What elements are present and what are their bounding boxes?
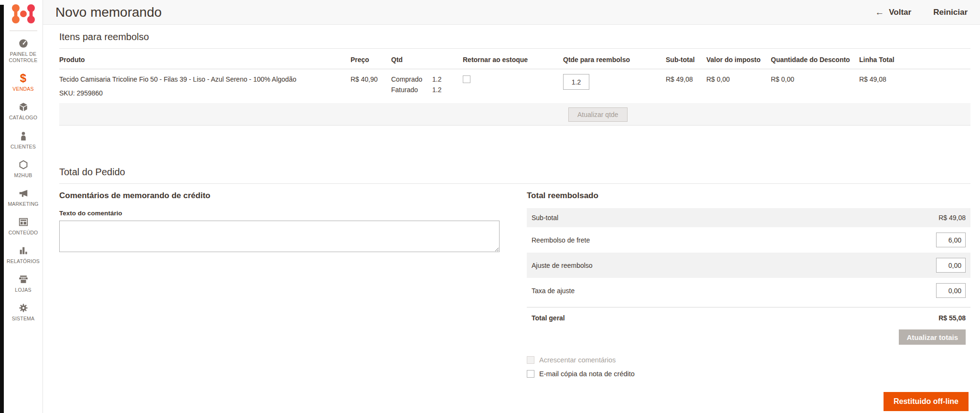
credit-memo-page: PAINEL DE CONTROLE $ VENDAS CATÁLOGO CLI… xyxy=(0,0,980,413)
refund-totals-title: Total reembolsado xyxy=(527,191,970,201)
col-header-qtd: Qtd xyxy=(391,49,463,69)
sales-icon: $ xyxy=(18,73,29,84)
order-total-section-title: Total do Pedido xyxy=(59,167,970,184)
grand-total-label: Total geral xyxy=(532,314,565,322)
append-comments-option: Acrescentar comentários xyxy=(527,356,970,364)
col-header-preco: Preço xyxy=(351,49,391,69)
reset-button[interactable]: Reiniciar xyxy=(933,8,968,17)
qty-to-refund-input[interactable] xyxy=(563,74,589,90)
submit-row: Restituido off-line xyxy=(527,392,970,411)
grand-total-row: Total geral R$ 55,08 xyxy=(527,307,970,328)
row-total-cell: R$ 49,08 xyxy=(859,69,970,104)
page-content: Itens para reembolso Produto Preço Qtd R… xyxy=(43,25,980,411)
email-copy-label: E-mail cópia da nota de crédito xyxy=(539,370,635,378)
update-totals-button[interactable]: Atualizar totais xyxy=(899,329,966,345)
stores-icon xyxy=(18,274,29,285)
sidebar-item-label: LOJAS xyxy=(15,287,31,293)
tax-amount-cell: R$ 0,00 xyxy=(706,69,771,104)
qty-invoiced-label: Faturado xyxy=(391,86,426,94)
update-qty-button[interactable]: Atualizar qtde xyxy=(568,107,628,122)
dashboard-icon xyxy=(18,38,29,49)
sidebar-item-painel-de-controle[interactable]: PAINEL DE CONTROLE xyxy=(4,38,43,64)
page-title: Novo memorando xyxy=(55,5,162,20)
m2hub-icon xyxy=(18,159,29,170)
sidebar-item-label: VENDAS xyxy=(12,86,33,92)
email-copy-option: E-mail cópia da nota de crédito xyxy=(527,370,970,378)
admin-menu-edge-strip xyxy=(0,5,4,413)
sidebar-item-m2hub[interactable]: M2HUB xyxy=(4,159,43,179)
back-arrow-icon: ← xyxy=(875,7,884,18)
sidebar-item-vendas[interactable]: $ VENDAS xyxy=(4,73,43,92)
subtotal-value: R$ 49,08 xyxy=(938,214,966,222)
sidebar-item-label: PAINEL DE CONTROLE xyxy=(4,51,43,64)
customers-icon xyxy=(18,130,29,142)
col-header-sub-total: Sub-total xyxy=(666,49,706,69)
comment-textarea[interactable] xyxy=(59,221,500,252)
qty-invoiced-value: 1.2 xyxy=(432,86,458,94)
col-header-valor-do-imposto: Valor do imposto xyxy=(706,49,771,69)
sidebar-nav: PAINEL DE CONTROLE $ VENDAS CATÁLOGO CLI… xyxy=(4,38,43,322)
sidebar-item-label: CONTEÚDO xyxy=(9,230,38,236)
catalog-icon xyxy=(18,101,29,113)
qty-ordered-value: 1.2 xyxy=(432,75,458,83)
grand-total-value: R$ 55,08 xyxy=(938,314,966,322)
marketing-icon xyxy=(18,188,29,199)
adjustment-refund-row: Ajuste de reembolso xyxy=(527,253,970,278)
back-button-label: Voltar xyxy=(889,8,911,17)
brand-logo[interactable] xyxy=(11,0,36,31)
sidebar-item-label: MARKETING xyxy=(8,201,38,207)
sidebar-item-conteudo[interactable]: CONTEÚDO xyxy=(4,216,43,236)
sidebar-item-catalogo[interactable]: CATÁLOGO xyxy=(4,101,43,121)
sidebar-item-sistema[interactable]: SISTEMA xyxy=(4,302,43,322)
product-name: Tecido Camisaria Tricoline Fio 50 - Fila… xyxy=(59,75,346,83)
discount-amount-cell: R$ 0,00 xyxy=(771,69,859,104)
qty-to-refund-cell xyxy=(563,69,666,104)
product-sku: SKU: 2959860 xyxy=(59,89,346,97)
return-to-stock-cell xyxy=(463,69,563,104)
refund-items-table: Produto Preço Qtd Retornar ao estoque Qt… xyxy=(59,49,970,103)
reset-button-label: Reiniciar xyxy=(933,8,968,17)
col-header-linha-total: Linha Total xyxy=(859,49,970,69)
adjustment-fee-input[interactable] xyxy=(936,283,966,298)
sidebar-item-clientes[interactable]: CLIENTES xyxy=(4,130,43,150)
refund-totals-panel: Total reembolsado Sub-total R$ 49,08 Ree… xyxy=(527,191,970,411)
email-copy-checkbox[interactable] xyxy=(527,370,534,378)
subtotal-cell: R$ 49,08 xyxy=(666,69,706,104)
refund-offline-button[interactable]: Restituido off-line xyxy=(884,392,969,411)
comments-title: Comentários de memorando de crédito xyxy=(59,191,500,201)
sidebar-item-marketing[interactable]: MARKETING xyxy=(4,188,43,207)
refund-totals-rows: Sub-total R$ 49,08 Reembolso de frete Aj… xyxy=(527,208,970,303)
col-header-qtde-para-reembolso: Qtde para reembolso xyxy=(563,49,666,69)
qty-ordered-label: Comprado xyxy=(391,75,426,83)
adjustment-refund-label: Ajuste de reembolso xyxy=(532,262,593,269)
credit-memo-comments-panel: Comentários de memorando de crédito Text… xyxy=(59,191,500,411)
system-icon xyxy=(18,302,29,314)
sidebar-item-label: M2HUB xyxy=(14,172,32,179)
col-header-produto: Produto xyxy=(59,49,351,69)
append-comments-label: Acrescentar comentários xyxy=(539,356,616,364)
append-comments-checkbox xyxy=(527,356,534,364)
options-checkboxes: Acrescentar comentários E-mail cópia da … xyxy=(527,356,970,378)
update-qty-band: Atualizar qtde xyxy=(59,103,970,126)
table-row: Tecido Camisaria Tricoline Fio 50 - Fila… xyxy=(59,69,970,104)
qty-cell: Comprado 1.2 Faturado 1.2 xyxy=(391,69,463,104)
items-section-title: Itens para reembolso xyxy=(59,32,970,49)
m2hub-logo-icon xyxy=(11,3,36,24)
return-to-stock-checkbox[interactable] xyxy=(463,75,470,83)
sidebar-item-label: CLIENTES xyxy=(11,144,36,150)
shipping-refund-input[interactable] xyxy=(936,233,966,247)
sidebar-item-lojas[interactable]: LOJAS xyxy=(4,274,43,293)
back-button[interactable]: ← Voltar xyxy=(875,7,911,18)
subtotal-row: Sub-total R$ 49,08 xyxy=(527,208,970,227)
price-cell: R$ 40,90 xyxy=(351,69,391,104)
adjustment-fee-label: Taxa de ajuste xyxy=(532,287,575,295)
sidebar-item-label: RELATÓRIOS xyxy=(7,258,40,265)
adjustment-refund-input[interactable] xyxy=(936,258,966,273)
sidebar-item-relatorios[interactable]: RELATÓRIOS xyxy=(4,245,43,265)
page-header: Novo memorando ← Voltar Reiniciar xyxy=(43,0,980,25)
subtotal-label: Sub-total xyxy=(532,214,558,222)
comment-text-label: Texto do comentário xyxy=(59,210,500,217)
sidebar-item-label: SISTEMA xyxy=(12,316,35,322)
admin-sidebar: PAINEL DE CONTROLE $ VENDAS CATÁLOGO CLI… xyxy=(0,0,43,413)
adjustment-fee-row: Taxa de ajuste xyxy=(527,278,970,303)
